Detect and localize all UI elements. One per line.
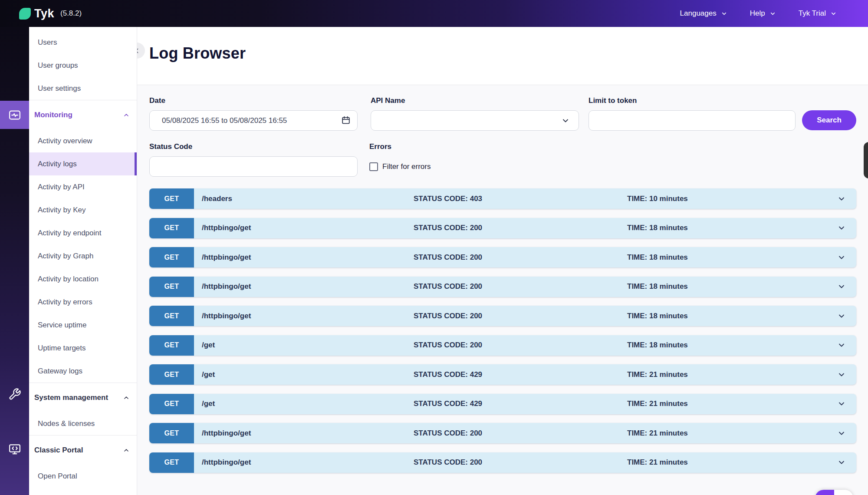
log-row[interactable]: GET /get STATUS CODE: 429 TIME: 21 minut…	[149, 394, 856, 414]
wrench-icon	[8, 387, 22, 401]
filter-for-errors: Filter for errors	[369, 162, 431, 171]
sidebar-section-classic-portal[interactable]: Classic Portal	[29, 436, 137, 465]
topnav: Languages Help Tyk Trial	[680, 9, 868, 18]
method-badge: GET	[149, 452, 194, 473]
activity-monitor-icon	[8, 108, 22, 122]
api-name-select[interactable]	[371, 110, 579, 131]
calendar-icon[interactable]	[341, 116, 351, 125]
chevron-down-icon	[561, 116, 570, 125]
chevron-down-icon	[769, 10, 776, 17]
sidebar-item-activity-logs[interactable]: Activity logs	[29, 152, 137, 175]
log-status: STATUS CODE: 403	[414, 195, 482, 203]
sidebar-item-activity-by-endpoint[interactable]: Activity by endpoint	[29, 221, 137, 244]
chevron-down-icon[interactable]	[837, 399, 846, 408]
log-time: TIME: 10 minutes	[627, 195, 688, 203]
sidebar-item-gateway-logs[interactable]: Gateway logs	[29, 360, 137, 383]
sidebar-item-user-settings[interactable]: User settings	[29, 77, 137, 100]
log-row[interactable]: GET /httpbingo/get STATUS CODE: 200 TIME…	[149, 218, 856, 238]
sidebar-item-activity-by-graph[interactable]: Activity by Graph	[29, 244, 137, 267]
method-badge: GET	[149, 188, 194, 209]
sidebar-item-activity-by-location[interactable]: Activity by location	[29, 267, 137, 290]
nav-tyk-trial[interactable]: Tyk Trial	[799, 9, 837, 18]
sidebar-section-monitoring[interactable]: Monitoring	[29, 100, 137, 129]
date-label: Date	[149, 96, 165, 105]
page-header: Log Browser	[137, 27, 868, 85]
sidebar-item-user-groups[interactable]: User groups	[29, 54, 137, 77]
search-button[interactable]: Search	[802, 110, 856, 130]
log-time: TIME: 18 minutes	[627, 282, 688, 291]
monitor-code-icon	[8, 442, 22, 456]
limit-to-token-label: Limit to token	[589, 96, 637, 105]
main-content: Log Browser Date API Name Limit to token…	[137, 27, 868, 495]
log-path: /httpbingo/get	[202, 312, 251, 320]
method-badge: GET	[149, 247, 194, 267]
log-row[interactable]: GET /httpbingo/get STATUS CODE: 200 TIME…	[149, 277, 856, 297]
sidebar: Users User groups User settings Monitori…	[29, 27, 137, 495]
log-path: /headers	[202, 195, 232, 203]
sidebar-item-users[interactable]: Users	[29, 31, 137, 54]
scrollbar-thumb[interactable]	[864, 142, 868, 178]
sidebar-item-activity-overview[interactable]: Activity overview	[29, 129, 137, 152]
chevron-down-icon[interactable]	[837, 312, 846, 320]
log-row[interactable]: GET /httpbingo/get STATUS CODE: 200 TIME…	[149, 452, 856, 473]
limit-to-token-input[interactable]	[589, 110, 796, 131]
log-time: TIME: 18 minutes	[627, 341, 688, 350]
log-row[interactable]: GET /httpbingo/get STATUS CODE: 200 TIME…	[149, 247, 856, 267]
sidebar-item-open-portal[interactable]: Open Portal	[29, 465, 137, 488]
sidebar-item-activity-by-key[interactable]: Activity by Key	[29, 198, 137, 221]
sidebar-item-uptime-targets[interactable]: Uptime targets	[29, 337, 137, 360]
chevron-down-icon[interactable]	[837, 195, 846, 203]
status-code-label: Status Code	[149, 142, 192, 151]
api-name-label: API Name	[371, 96, 405, 105]
log-path: /get	[202, 399, 215, 408]
brand-name: Tyk	[34, 7, 54, 20]
log-status: STATUS CODE: 200	[414, 282, 482, 291]
filter-for-errors-text: Filter for errors	[382, 162, 431, 171]
floating-widget[interactable]	[815, 490, 853, 495]
method-badge: GET	[149, 306, 194, 326]
chevron-down-icon[interactable]	[837, 370, 846, 379]
log-path: /httpbingo/get	[202, 429, 251, 438]
log-row[interactable]: GET /httpbingo/get STATUS CODE: 200 TIME…	[149, 423, 856, 443]
date-range-input[interactable]	[149, 110, 358, 131]
log-status: STATUS CODE: 200	[414, 312, 482, 320]
log-status: STATUS CODE: 429	[414, 370, 482, 379]
errors-label: Errors	[369, 142, 391, 151]
log-time: TIME: 21 minutes	[627, 458, 688, 467]
log-path: /httpbingo/get	[202, 282, 251, 291]
log-path: /httpbingo/get	[202, 458, 251, 467]
log-row[interactable]: GET /headers STATUS CODE: 403 TIME: 10 m…	[149, 188, 856, 209]
log-time: TIME: 21 minutes	[627, 370, 688, 379]
sidebar-section-system-management[interactable]: System management	[29, 383, 137, 412]
sidebar-item-service-uptime[interactable]: Service uptime	[29, 314, 137, 337]
log-row[interactable]: GET /get STATUS CODE: 200 TIME: 18 minut…	[149, 335, 856, 356]
filter-for-errors-checkbox[interactable]	[369, 162, 378, 171]
method-badge: GET	[149, 423, 194, 443]
log-path: /httpbingo/get	[202, 253, 251, 262]
chevron-down-icon[interactable]	[837, 282, 846, 291]
chevron-down-icon[interactable]	[837, 458, 846, 467]
method-badge: GET	[149, 218, 194, 238]
log-status: STATUS CODE: 200	[414, 429, 482, 438]
sidebar-item-activity-by-api[interactable]: Activity by API	[29, 175, 137, 198]
chevron-down-icon[interactable]	[837, 429, 846, 438]
rail-item-monitoring[interactable]	[0, 101, 29, 129]
log-status: STATUS CODE: 200	[414, 253, 482, 262]
chevron-down-icon[interactable]	[837, 224, 846, 232]
log-row[interactable]: GET /get STATUS CODE: 429 TIME: 21 minut…	[149, 364, 856, 385]
log-row[interactable]: GET /httpbingo/get STATUS CODE: 200 TIME…	[149, 306, 856, 326]
brand: Tyk (5.8.2)	[0, 7, 82, 20]
sidebar-item-nodes-licenses[interactable]: Nodes & licenses	[29, 412, 137, 435]
nav-languages[interactable]: Languages	[680, 9, 727, 18]
icon-rail	[0, 27, 29, 495]
log-time: TIME: 18 minutes	[627, 224, 688, 232]
status-code-input[interactable]	[149, 156, 358, 177]
rail-item-classic-portal[interactable]	[0, 442, 29, 456]
nav-help[interactable]: Help	[750, 9, 776, 18]
brand-version: (5.8.2)	[60, 9, 82, 18]
tyk-logo-icon	[19, 8, 31, 20]
chevron-down-icon[interactable]	[837, 253, 846, 262]
sidebar-item-activity-by-errors[interactable]: Activity by errors	[29, 290, 137, 314]
chevron-down-icon[interactable]	[837, 341, 846, 350]
rail-item-system-management[interactable]	[0, 387, 29, 401]
